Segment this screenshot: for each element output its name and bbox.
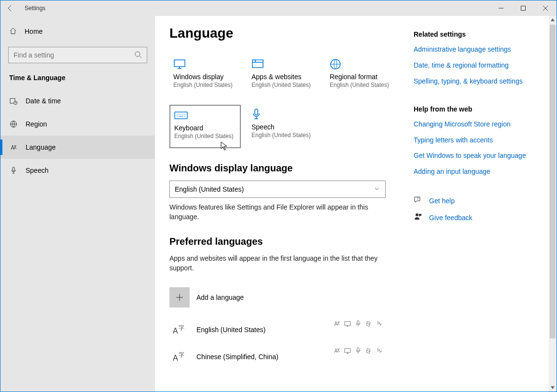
back-button[interactable] — [0, 0, 20, 16]
tile-label: Regional format — [330, 73, 393, 81]
tile-regional-format[interactable]: Regional format English (United States) — [326, 55, 397, 98]
help-heading: Help from the web — [414, 105, 539, 113]
feedback-icon — [414, 212, 422, 223]
language-item[interactable]: A字 English (United States) — [169, 316, 386, 343]
minimize-button[interactable] — [490, 0, 512, 16]
svg-text:A: A — [173, 354, 178, 362]
nav-label: Region — [26, 120, 47, 128]
nav-label: Speech — [26, 167, 48, 174]
help-icon: ? — [414, 196, 422, 206]
add-language-button[interactable]: Add a language — [169, 287, 399, 308]
feature-badges — [334, 320, 383, 327]
nav-language[interactable]: Language — [0, 136, 155, 159]
dropdown-value: English (United States) — [175, 185, 244, 193]
tile-windows-display[interactable]: Windows display English (United States) — [169, 55, 241, 98]
tile-label: Apps & websites — [251, 73, 315, 81]
keyboard-icon — [174, 109, 236, 122]
home-icon — [9, 27, 17, 36]
link-speak-language[interactable]: Get Windows to speak your language — [414, 151, 539, 160]
calendar-clock-icon — [9, 97, 18, 105]
tile-keyboard[interactable]: Keyboard English (United States) — [169, 105, 241, 148]
chevron-down-icon — [374, 185, 380, 194]
link-date-time-format[interactable]: Date, time & regional formatting — [414, 61, 539, 70]
scroll-up-icon[interactable] — [549, 16, 557, 24]
link-accents[interactable]: Typing letters with accents — [414, 136, 539, 145]
scrollbar[interactable] — [549, 16, 557, 392]
plus-icon — [169, 287, 190, 308]
related-settings-heading: Related settings — [414, 30, 539, 38]
close-button[interactable] — [534, 0, 557, 16]
content-area: Language Windows display English (United… — [155, 16, 414, 392]
language-item[interactable]: A字 Chinese (Simplified, China) — [169, 343, 386, 370]
nav-region[interactable]: Region — [0, 112, 155, 136]
svg-rect-0 — [521, 6, 526, 11]
svg-rect-18 — [357, 348, 359, 351]
svg-text:字: 字 — [179, 351, 184, 358]
add-language-label: Add a language — [196, 294, 244, 301]
svg-point-20 — [416, 213, 418, 216]
right-pane: Related settings Administrative language… — [414, 16, 549, 392]
give-feedback-link[interactable]: Give feedback — [414, 212, 539, 223]
tile-label: Speech — [251, 123, 315, 131]
svg-rect-10 — [255, 109, 258, 115]
tile-label: Keyboard — [174, 124, 236, 132]
link-admin-language[interactable]: Administrative language settings — [414, 45, 539, 54]
svg-point-1 — [135, 52, 140, 56]
window-icon — [251, 57, 315, 71]
titlebar: Settings — [0, 0, 557, 16]
tile-speech[interactable]: Speech English (United States) — [248, 105, 319, 148]
microphone-icon — [251, 108, 315, 121]
svg-text:?: ? — [417, 196, 419, 201]
svg-text:A: A — [173, 327, 178, 335]
home-label: Home — [25, 28, 42, 35]
preferred-languages-desc: Apps and websites will appear in the fir… — [169, 254, 391, 273]
search-input[interactable] — [14, 51, 134, 59]
nav-label: Date & time — [26, 97, 61, 105]
page-title: Language — [169, 26, 399, 41]
maximize-button[interactable] — [512, 0, 534, 16]
scroll-down-icon[interactable] — [549, 384, 557, 392]
language-icon — [9, 143, 18, 151]
svg-rect-7 — [252, 60, 263, 68]
get-help-link[interactable]: ? Get help — [414, 196, 539, 206]
monitor-icon — [173, 57, 237, 71]
tile-sub: English (United States) — [173, 82, 237, 88]
nav-label: Language — [26, 143, 56, 151]
tile-apps-websites[interactable]: Apps & websites English (United States) — [248, 55, 319, 98]
home-nav[interactable]: Home — [0, 20, 155, 43]
svg-rect-9 — [175, 112, 187, 119]
svg-rect-17 — [345, 349, 350, 352]
tile-sub: English (United States) — [251, 82, 315, 88]
link-spelling-typing[interactable]: Spelling, typing, & keyboard settings — [414, 77, 539, 86]
tile-sub: English (United States) — [330, 82, 393, 88]
display-language-heading: Windows display language — [169, 163, 399, 174]
svg-text:字: 字 — [179, 324, 184, 331]
nav-date-time[interactable]: Date & time — [0, 89, 155, 112]
search-icon — [134, 51, 142, 60]
globe-icon — [9, 120, 18, 128]
display-language-desc: Windows features like Settings and File … — [169, 203, 391, 222]
link-store-region[interactable]: Changing Microsoft Store region — [414, 120, 539, 129]
tile-sub: English (United States) — [251, 132, 315, 139]
category-heading: Time & Language — [0, 70, 155, 89]
globe-region-icon — [330, 57, 393, 71]
tile-label: Windows display — [173, 73, 237, 81]
preferred-languages-heading: Preferred languages — [169, 236, 399, 247]
sidebar: Home Time & Language Date & time Region … — [0, 16, 155, 392]
tile-sub: English (United States) — [174, 133, 236, 140]
get-help-label: Get help — [429, 197, 455, 205]
svg-rect-13 — [345, 322, 350, 325]
link-add-input[interactable]: Adding an input language — [414, 167, 539, 176]
language-glyph-icon: A字 — [169, 351, 190, 363]
svg-rect-6 — [174, 60, 185, 67]
feature-badges — [334, 347, 383, 354]
nav-speech[interactable]: Speech — [0, 159, 155, 182]
search-box[interactable] — [8, 47, 147, 63]
scroll-thumb[interactable] — [550, 25, 556, 338]
feedback-label: Give feedback — [429, 214, 473, 222]
display-language-dropdown[interactable]: English (United States) — [169, 181, 386, 198]
microphone-icon — [9, 167, 18, 174]
window-title: Settings — [25, 5, 45, 12]
language-glyph-icon: A字 — [169, 324, 190, 336]
svg-rect-5 — [13, 167, 14, 171]
